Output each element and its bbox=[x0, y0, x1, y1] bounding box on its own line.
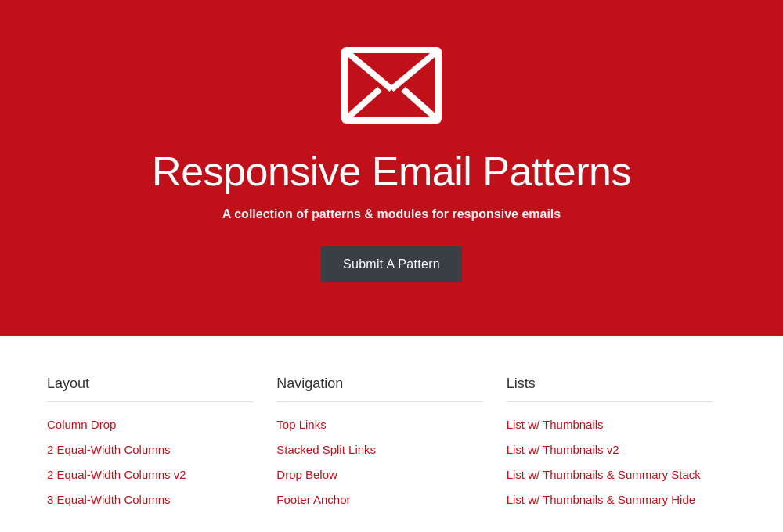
list-thumbnails-summary-hide-link[interactable]: List w/ Thumbnails & Summary Hide bbox=[507, 493, 695, 506]
list-item: List w/ Thumbnails & Summary Hide bbox=[507, 493, 713, 507]
list-thumbnails-link[interactable]: List w/ Thumbnails bbox=[507, 418, 604, 431]
2-equal-width-v2-link[interactable]: 2 Equal-Width Columns v2 bbox=[47, 468, 186, 481]
layout-heading: Layout bbox=[47, 376, 253, 402]
list-item: List w/ Thumbnails & Summary Stack bbox=[507, 468, 713, 482]
top-links-link[interactable]: Top Links bbox=[276, 418, 326, 431]
stacked-split-links-link[interactable]: Stacked Split Links bbox=[276, 443, 376, 456]
list-item: List w/ Thumbnails v2 bbox=[507, 443, 713, 457]
list-thumbnails-v2-link[interactable]: List w/ Thumbnails v2 bbox=[507, 443, 619, 456]
list-item: 3 Equal-Width Columns bbox=[47, 493, 253, 507]
footer-anchor-link[interactable]: Footer Anchor bbox=[276, 493, 350, 506]
list-item: Drop Below bbox=[276, 468, 482, 482]
navigation-list: Top Links Stacked Split Links Drop Below… bbox=[276, 418, 482, 507]
column-drop-link[interactable]: Column Drop bbox=[47, 418, 116, 431]
list-item: Stacked Split Links bbox=[276, 443, 482, 457]
3-equal-width-link[interactable]: 3 Equal-Width Columns bbox=[47, 493, 171, 506]
list-item: Top Links bbox=[276, 418, 482, 432]
submit-pattern-button[interactable]: Submit A Pattern bbox=[321, 246, 462, 282]
list-item: Column Drop bbox=[47, 418, 253, 432]
list-item: 2 Equal-Width Columns bbox=[47, 443, 253, 457]
content-section: Layout Column Drop 2 Equal-Width Columns… bbox=[0, 336, 783, 532]
navigation-heading: Navigation bbox=[276, 376, 482, 402]
list-item: Footer Anchor bbox=[276, 493, 482, 507]
lists-column: Lists List w/ Thumbnails List w/ Thumbna… bbox=[507, 376, 736, 518]
list-item: 2 Equal-Width Columns v2 bbox=[47, 468, 253, 482]
layout-list: Column Drop 2 Equal-Width Columns 2 Equa… bbox=[47, 418, 253, 507]
list-item: List w/ Thumbnails bbox=[507, 418, 713, 432]
2-equal-width-link[interactable]: 2 Equal-Width Columns bbox=[47, 443, 171, 456]
svg-line-3 bbox=[345, 89, 380, 120]
navigation-column: Navigation Top Links Stacked Split Links… bbox=[276, 376, 506, 518]
svg-line-1 bbox=[345, 50, 392, 89]
lists-heading: Lists bbox=[507, 376, 713, 402]
svg-line-4 bbox=[403, 89, 438, 120]
hero-title: Responsive Email Patterns bbox=[152, 148, 631, 195]
email-icon bbox=[341, 46, 442, 124]
drop-below-link[interactable]: Drop Below bbox=[276, 468, 337, 481]
lists-list: List w/ Thumbnails List w/ Thumbnails v2… bbox=[507, 418, 713, 507]
list-thumbnails-summary-stack-link[interactable]: List w/ Thumbnails & Summary Stack bbox=[507, 468, 701, 481]
svg-line-2 bbox=[392, 50, 438, 89]
hero-subtitle: A collection of patterns & modules for r… bbox=[222, 207, 561, 221]
layout-column: Layout Column Drop 2 Equal-Width Columns… bbox=[47, 376, 276, 518]
hero-section: Responsive Email Patterns A collection o… bbox=[0, 0, 783, 336]
